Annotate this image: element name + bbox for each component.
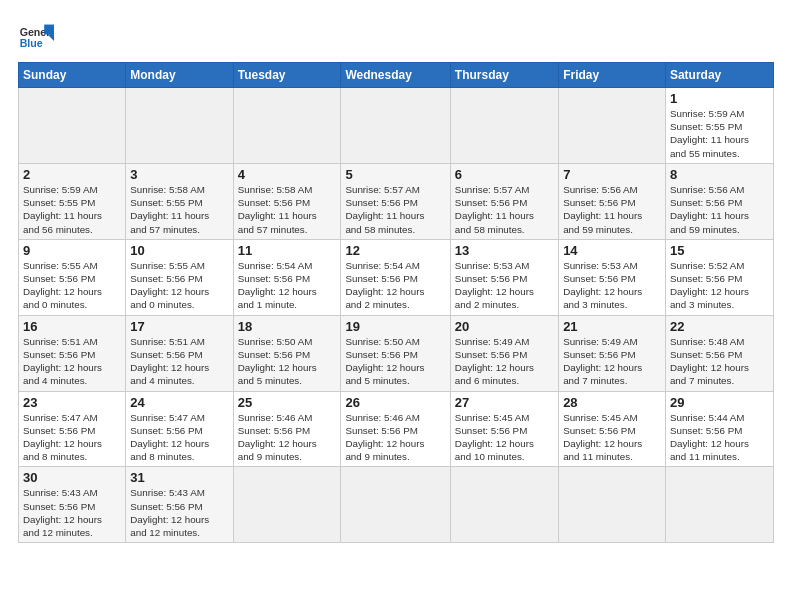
calendar-week-row: 9Sunrise: 5:55 AM Sunset: 5:56 PM Daylig… [19,239,774,315]
day-info: Sunrise: 5:47 AM Sunset: 5:56 PM Dayligh… [130,411,228,464]
day-info: Sunrise: 5:59 AM Sunset: 5:55 PM Dayligh… [23,183,121,236]
calendar-cell: 1Sunrise: 5:59 AM Sunset: 5:55 PM Daylig… [665,88,773,164]
day-number: 21 [563,319,661,334]
calendar-cell: 29Sunrise: 5:44 AM Sunset: 5:56 PM Dayli… [665,391,773,467]
calendar-day-header: Saturday [665,63,773,88]
calendar-cell [19,88,126,164]
day-info: Sunrise: 5:53 AM Sunset: 5:56 PM Dayligh… [455,259,554,312]
day-number: 3 [130,167,228,182]
day-number: 8 [670,167,769,182]
calendar-header-row: SundayMondayTuesdayWednesdayThursdayFrid… [19,63,774,88]
day-number: 11 [238,243,337,258]
day-info: Sunrise: 5:46 AM Sunset: 5:56 PM Dayligh… [345,411,445,464]
calendar-cell: 3Sunrise: 5:58 AM Sunset: 5:55 PM Daylig… [126,163,233,239]
day-number: 10 [130,243,228,258]
calendar-cell: 24Sunrise: 5:47 AM Sunset: 5:56 PM Dayli… [126,391,233,467]
calendar-cell [665,467,773,543]
calendar-cell: 7Sunrise: 5:56 AM Sunset: 5:56 PM Daylig… [559,163,666,239]
day-info: Sunrise: 5:55 AM Sunset: 5:56 PM Dayligh… [23,259,121,312]
day-number: 18 [238,319,337,334]
day-number: 30 [23,470,121,485]
calendar-cell: 13Sunrise: 5:53 AM Sunset: 5:56 PM Dayli… [450,239,558,315]
day-number: 7 [563,167,661,182]
day-number: 26 [345,395,445,410]
calendar-cell: 16Sunrise: 5:51 AM Sunset: 5:56 PM Dayli… [19,315,126,391]
day-info: Sunrise: 5:57 AM Sunset: 5:56 PM Dayligh… [455,183,554,236]
day-info: Sunrise: 5:49 AM Sunset: 5:56 PM Dayligh… [563,335,661,388]
day-info: Sunrise: 5:49 AM Sunset: 5:56 PM Dayligh… [455,335,554,388]
day-number: 15 [670,243,769,258]
day-number: 4 [238,167,337,182]
generalblue-logo-icon: General Blue [18,18,54,54]
calendar-cell: 4Sunrise: 5:58 AM Sunset: 5:56 PM Daylig… [233,163,341,239]
calendar-cell [341,88,450,164]
calendar-cell [126,88,233,164]
calendar-cell [341,467,450,543]
day-info: Sunrise: 5:55 AM Sunset: 5:56 PM Dayligh… [130,259,228,312]
day-info: Sunrise: 5:46 AM Sunset: 5:56 PM Dayligh… [238,411,337,464]
day-info: Sunrise: 5:50 AM Sunset: 5:56 PM Dayligh… [238,335,337,388]
day-number: 5 [345,167,445,182]
day-info: Sunrise: 5:47 AM Sunset: 5:56 PM Dayligh… [23,411,121,464]
svg-marker-2 [44,25,54,35]
day-number: 25 [238,395,337,410]
day-number: 9 [23,243,121,258]
day-number: 20 [455,319,554,334]
day-info: Sunrise: 5:44 AM Sunset: 5:56 PM Dayligh… [670,411,769,464]
calendar-cell [450,88,558,164]
day-info: Sunrise: 5:56 AM Sunset: 5:56 PM Dayligh… [563,183,661,236]
calendar-cell: 15Sunrise: 5:52 AM Sunset: 5:56 PM Dayli… [665,239,773,315]
header: General Blue [18,18,774,54]
calendar-week-row: 30Sunrise: 5:43 AM Sunset: 5:56 PM Dayli… [19,467,774,543]
calendar-cell: 20Sunrise: 5:49 AM Sunset: 5:56 PM Dayli… [450,315,558,391]
calendar-table: SundayMondayTuesdayWednesdayThursdayFrid… [18,62,774,543]
calendar-cell: 31Sunrise: 5:43 AM Sunset: 5:56 PM Dayli… [126,467,233,543]
calendar-cell: 26Sunrise: 5:46 AM Sunset: 5:56 PM Dayli… [341,391,450,467]
day-info: Sunrise: 5:54 AM Sunset: 5:56 PM Dayligh… [238,259,337,312]
day-info: Sunrise: 5:57 AM Sunset: 5:56 PM Dayligh… [345,183,445,236]
calendar-day-header: Friday [559,63,666,88]
day-info: Sunrise: 5:50 AM Sunset: 5:56 PM Dayligh… [345,335,445,388]
calendar-cell: 12Sunrise: 5:54 AM Sunset: 5:56 PM Dayli… [341,239,450,315]
calendar-day-header: Sunday [19,63,126,88]
day-info: Sunrise: 5:58 AM Sunset: 5:55 PM Dayligh… [130,183,228,236]
calendar-cell [233,88,341,164]
calendar-cell [559,467,666,543]
day-number: 19 [345,319,445,334]
calendar-cell: 10Sunrise: 5:55 AM Sunset: 5:56 PM Dayli… [126,239,233,315]
day-info: Sunrise: 5:54 AM Sunset: 5:56 PM Dayligh… [345,259,445,312]
calendar-cell [233,467,341,543]
day-info: Sunrise: 5:53 AM Sunset: 5:56 PM Dayligh… [563,259,661,312]
calendar-cell: 28Sunrise: 5:45 AM Sunset: 5:56 PM Dayli… [559,391,666,467]
calendar-cell: 8Sunrise: 5:56 AM Sunset: 5:56 PM Daylig… [665,163,773,239]
calendar-cell: 6Sunrise: 5:57 AM Sunset: 5:56 PM Daylig… [450,163,558,239]
page: General Blue SundayMondayTuesdayWednesda… [0,0,792,612]
calendar-cell: 17Sunrise: 5:51 AM Sunset: 5:56 PM Dayli… [126,315,233,391]
calendar-day-header: Thursday [450,63,558,88]
calendar-day-header: Tuesday [233,63,341,88]
day-info: Sunrise: 5:43 AM Sunset: 5:56 PM Dayligh… [23,486,121,539]
day-number: 17 [130,319,228,334]
day-info: Sunrise: 5:51 AM Sunset: 5:56 PM Dayligh… [130,335,228,388]
calendar-cell: 23Sunrise: 5:47 AM Sunset: 5:56 PM Dayli… [19,391,126,467]
calendar-cell: 27Sunrise: 5:45 AM Sunset: 5:56 PM Dayli… [450,391,558,467]
calendar-day-header: Wednesday [341,63,450,88]
day-number: 31 [130,470,228,485]
day-info: Sunrise: 5:43 AM Sunset: 5:56 PM Dayligh… [130,486,228,539]
day-info: Sunrise: 5:59 AM Sunset: 5:55 PM Dayligh… [670,107,769,160]
calendar-cell: 11Sunrise: 5:54 AM Sunset: 5:56 PM Dayli… [233,239,341,315]
calendar-cell: 2Sunrise: 5:59 AM Sunset: 5:55 PM Daylig… [19,163,126,239]
day-info: Sunrise: 5:52 AM Sunset: 5:56 PM Dayligh… [670,259,769,312]
calendar-cell: 18Sunrise: 5:50 AM Sunset: 5:56 PM Dayli… [233,315,341,391]
day-number: 1 [670,91,769,106]
calendar-day-header: Monday [126,63,233,88]
calendar-cell: 30Sunrise: 5:43 AM Sunset: 5:56 PM Dayli… [19,467,126,543]
calendar-week-row: 23Sunrise: 5:47 AM Sunset: 5:56 PM Dayli… [19,391,774,467]
calendar-cell: 21Sunrise: 5:49 AM Sunset: 5:56 PM Dayli… [559,315,666,391]
calendar-cell [450,467,558,543]
day-info: Sunrise: 5:45 AM Sunset: 5:56 PM Dayligh… [563,411,661,464]
day-info: Sunrise: 5:45 AM Sunset: 5:56 PM Dayligh… [455,411,554,464]
day-info: Sunrise: 5:51 AM Sunset: 5:56 PM Dayligh… [23,335,121,388]
calendar-cell: 22Sunrise: 5:48 AM Sunset: 5:56 PM Dayli… [665,315,773,391]
day-number: 23 [23,395,121,410]
